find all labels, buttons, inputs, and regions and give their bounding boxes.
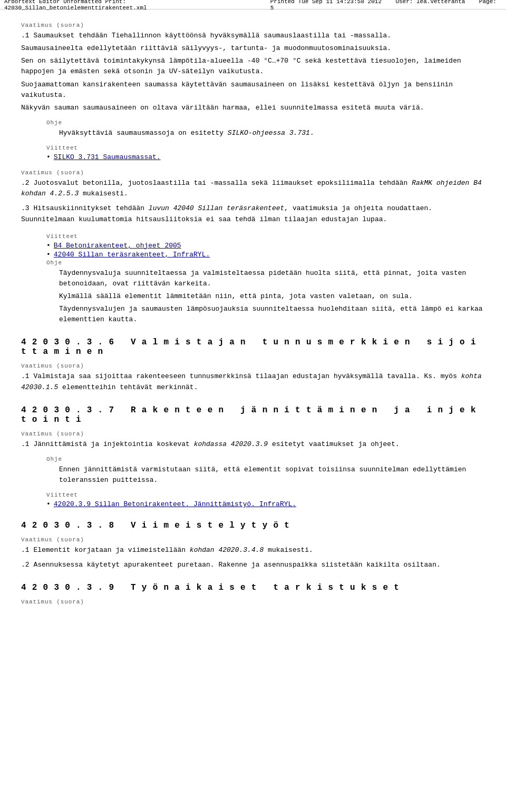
vaatimus-label-3-9: Vaatimus (suora) — [21, 599, 485, 605]
para-1-3: Sen on säilytettävä toimintakykynsä lämp… — [21, 56, 485, 77]
para-3-7-1: .1 Jännittämistä ja injektointia koskeva… — [21, 439, 485, 450]
para-1-1: .1 Saumaukset tehdään Tiehallinnon käytt… — [21, 31, 485, 41]
main-content: Vaatimus (suora) .1 Saumaukset tehdään T… — [0, 9, 506, 628]
vaatimus-label-1: Vaatimus (suora) — [21, 22, 485, 28]
ohje-text-2c: Täydennysvalujen ja saumausten lämpösuoj… — [59, 304, 485, 325]
vaatimus-label-3-7: Vaatimus (suora) — [21, 431, 485, 437]
viitteet-link-text-2a[interactable]: B4 Betonirakenteet, ohjeet 2005 — [54, 242, 181, 250]
viitteet-link-text-3-7[interactable]: 42020.3.9 Sillan Betonirakenteet. Jännit… — [54, 500, 296, 508]
section-42030-3-6: 4 2 0 3 0 . 3 . 6 V a l m i s t a j a n … — [21, 338, 485, 392]
para-2-1: .2 Juotosvalut betonilla, juotoslaastill… — [21, 178, 485, 199]
header-right-text: Printed Tue Sep 11 14:23:58 2012 User: l… — [270, 0, 502, 11]
header-user: User: lea.vetteranta — [395, 0, 465, 5]
para-1-5: Näkyvän sauman saumausaineen on oltava v… — [21, 103, 485, 113]
heading-42030-3-9: 4 2 0 3 0 . 3 . 9 T y ö n a i k a i s e … — [21, 583, 485, 592]
para-1-4: Suojaamattoman kansirakenteen saumassa k… — [21, 80, 485, 101]
viitteet-link-2a[interactable]: B4 Betonirakenteet, ohjeet 2005 — [46, 242, 485, 250]
vaatimus-label-2: Vaatimus (suora) — [21, 170, 485, 176]
viitteet-label-2: Viitteet — [46, 233, 485, 240]
header-printed: Printed Tue Sep 11 14:23:58 2012 — [270, 0, 382, 5]
para-3-8-2: .2 Asennuksessa käytetyt apurakenteet pu… — [21, 560, 485, 570]
vaatimus-block-1: Vaatimus (suora) .1 Saumaukset tehdään T… — [21, 22, 485, 161]
para-3-6-1: .1 Valmistaja saa sijoittaa rakenteeseen… — [21, 371, 485, 392]
heading-42030-3-6: 4 2 0 3 0 . 3 . 6 V a l m i s t a j a n … — [21, 338, 485, 357]
para-2-2: .3 Hitsauskiinnitykset tehdään luvun 420… — [21, 203, 485, 224]
vaatimus-label-3-8: Vaatimus (suora) — [21, 537, 485, 543]
viitteet-link-text-2b[interactable]: 42040 Sillan teräsrakenteet, InfraRYL. — [54, 251, 210, 259]
viitteet-link-3-7[interactable]: 42020.3.9 Sillan Betonirakenteet. Jännit… — [46, 500, 485, 508]
ohje-label-1: Ohje — [46, 120, 485, 126]
viitteet-link-text-1[interactable]: SILKO 3.731 Saumausmassat. — [54, 153, 161, 161]
section-42030-3-8: 4 2 0 3 0 . 3 . 8 V i i m e i s t e l y … — [21, 521, 485, 570]
ohje-text-2b: Kylmällä säällä elementit lämmitetään ni… — [59, 291, 485, 302]
viitteet-label-1: Viitteet — [46, 145, 485, 151]
viitteet-link-2b[interactable]: 42040 Sillan teräsrakenteet, InfraRYL. — [46, 251, 485, 259]
viitteet-label-3-7: Viitteet — [46, 492, 485, 498]
vaatimus-label-3-6: Vaatimus (suora) — [21, 363, 485, 369]
heading-42030-3-7: 4 2 0 3 0 . 3 . 7 R a k e n t e e n j ä … — [21, 405, 485, 424]
header-bar: Arbortext Editor Unformatted Print: 4203… — [0, 0, 506, 9]
para-3-8-1: .1 Elementit korjataan ja viimeistellään… — [21, 545, 485, 556]
section-42030-3-7: 4 2 0 3 0 . 3 . 7 R a k e n t e e n j ä … — [21, 405, 485, 508]
section-42030-3-9: 4 2 0 3 0 . 3 . 9 T y ö n a i k a i s e … — [21, 583, 485, 605]
ohje-text-3-7: Ennen jännittämistä varmistutaan siitä, … — [59, 464, 485, 486]
viitteet-link-1[interactable]: SILKO 3.731 Saumausmassat. — [46, 153, 485, 161]
ohje-label-3-7: Ohje — [46, 456, 485, 462]
ohje-text-1: Hyväksyttäviä saumausmassoja on esitetty… — [59, 128, 485, 138]
header-left-text: Arbortext Editor Unformatted Print: 4203… — [4, 0, 270, 11]
ohje-text-2a: Täydennysvaluja suunniteltaessa ja valmi… — [59, 268, 485, 289]
heading-42030-3-8: 4 2 0 3 0 . 3 . 8 V i i m e i s t e l y … — [21, 521, 485, 530]
ohje-label-2: Ohje — [46, 260, 485, 266]
para-1-2: Saumausaineelta edellytetään riittäviä s… — [21, 43, 485, 54]
